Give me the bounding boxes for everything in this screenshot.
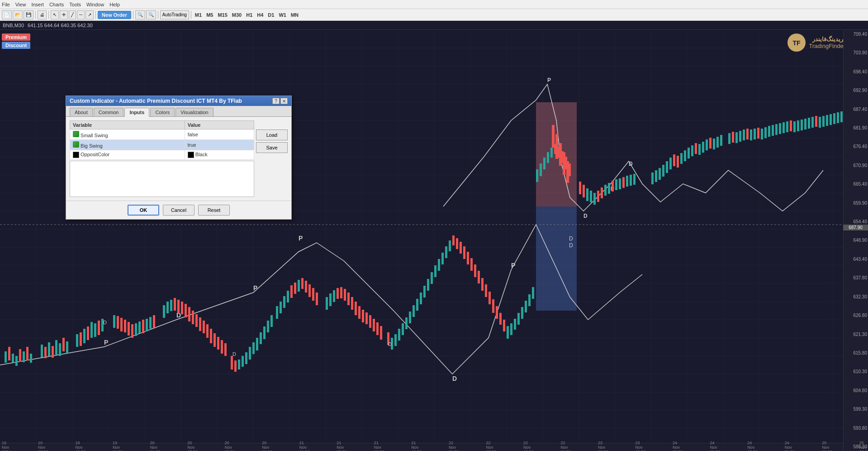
row2-value[interactable]: true	[185, 140, 254, 150]
modal-content: Variable Value Small Swing	[66, 117, 291, 201]
toolbar-save[interactable]: 💾	[24, 10, 33, 19]
autotrading-button[interactable]: AutoTrading	[160, 10, 189, 19]
tf-m1[interactable]: M1	[193, 12, 204, 18]
toolbar-sep-3	[95, 11, 96, 19]
tab-visualization[interactable]: Visualization	[175, 108, 213, 116]
color-swatch-black	[188, 152, 194, 158]
reset-button[interactable]: Reset	[198, 205, 230, 216]
tf-m15[interactable]: M15	[216, 12, 229, 18]
var-name-1: Small Swing	[81, 133, 108, 138]
var-name-2: Big Swing	[81, 143, 103, 149]
menu-insert[interactable]: Insert	[31, 2, 44, 7]
symbol-info: BNB,M30	[3, 23, 24, 28]
modal-titlebar-buttons: ? ✕	[272, 98, 288, 104]
tf-h4[interactable]: H4	[255, 12, 265, 18]
menu-bar: File View Insert Charts Tools Window Hel…	[0, 0, 868, 9]
modal-dialog: Custom Indicator - Automatic Premium Dis…	[66, 96, 292, 220]
toolbar-print[interactable]: 🖨	[38, 10, 47, 19]
toolbar-crosshair[interactable]: ✛	[60, 10, 68, 19]
modal-help-button[interactable]: ?	[272, 98, 280, 104]
table-row[interactable]: Big Swing true	[70, 140, 254, 150]
row3-variable: OppositColor	[70, 150, 185, 160]
row1-variable: Small Swing	[70, 130, 185, 140]
color-label-black: Black	[195, 152, 208, 157]
menu-charts[interactable]: Charts	[49, 2, 64, 7]
toolbar-sep-2	[48, 11, 49, 19]
tab-common[interactable]: Common	[94, 108, 124, 116]
modal-tabs: About Common Inputs Colors Visualization	[66, 106, 291, 117]
modal-title: Custom Indicator - Automatic Premium Dis…	[70, 98, 272, 104]
row1-value[interactable]: false	[185, 130, 254, 140]
toolbar-sep-5	[158, 11, 158, 19]
modal-bottom: OK Cancel Reset	[66, 201, 291, 219]
toolbar-sep-1	[35, 11, 36, 19]
modal-right-buttons: Load Save	[256, 120, 288, 197]
toolbar-trendline[interactable]: ↗	[85, 10, 94, 19]
toolbar-sep-6	[191, 11, 191, 19]
toolbar-zoom-in[interactable]: 🔍	[135, 10, 145, 19]
tf-mn[interactable]: MN	[289, 12, 300, 18]
menu-tools[interactable]: Tools	[69, 2, 81, 7]
tab-inputs[interactable]: Inputs	[124, 108, 149, 117]
var-icon-3	[73, 152, 79, 158]
info-bar: BNB,M30 641.15 644.64 640.35 642.30	[0, 21, 868, 30]
row2-variable: Big Swing	[70, 140, 185, 150]
row3-value[interactable]: Black	[185, 150, 254, 160]
toolbar: 📄 📂 💾 🖨 ↖ ✛ ╱ ─ ↗ New Order 🔍 🔍 AutoTrad…	[0, 9, 868, 21]
price-info: 641.15 644.64 640.35 642.30	[28, 23, 93, 28]
chart-area: P D P P P D P D P D	[0, 30, 868, 451]
modal-close-button[interactable]: ✕	[280, 98, 288, 104]
menu-view[interactable]: View	[15, 2, 26, 7]
tf-m5[interactable]: M5	[204, 12, 215, 18]
var-icon-1	[73, 131, 79, 137]
tab-about[interactable]: About	[70, 108, 93, 116]
tf-d1[interactable]: D1	[266, 12, 276, 18]
modal-table-placeholder	[70, 161, 254, 197]
modal-body-row: Variable Value Small Swing	[70, 120, 288, 197]
col-value: Value	[185, 121, 254, 130]
table-row[interactable]: OppositColor Black	[70, 150, 254, 160]
col-variable: Variable	[70, 121, 185, 130]
menu-help[interactable]: Help	[109, 2, 120, 7]
tab-colors[interactable]: Colors	[150, 108, 175, 116]
toolbar-hline[interactable]: ─	[77, 10, 85, 19]
modal-table-area: Variable Value Small Swing	[70, 120, 254, 197]
ok-button[interactable]: OK	[128, 205, 159, 216]
tf-m30[interactable]: M30	[230, 12, 243, 18]
toolbar-new-chart[interactable]: 📄	[2, 10, 12, 19]
tf-h1[interactable]: H1	[244, 12, 254, 18]
toolbar-cursor[interactable]: ↖	[51, 10, 59, 19]
tf-w1[interactable]: W1	[277, 12, 288, 18]
toolbar-zoom-out[interactable]: 🔍	[146, 10, 156, 19]
modal-overlay: Custom Indicator - Automatic Premium Dis…	[0, 30, 868, 451]
menu-window[interactable]: Window	[86, 2, 104, 7]
toolbar-sep-4	[133, 11, 133, 19]
variables-table: Variable Value Small Swing	[70, 120, 254, 160]
table-row[interactable]: Small Swing false	[70, 130, 254, 140]
toolbar-open[interactable]: 📂	[13, 10, 23, 19]
menu-file[interactable]: File	[2, 2, 10, 7]
var-name-3: OppositColor	[81, 152, 109, 157]
var-icon-2	[73, 141, 79, 148]
save-button[interactable]: Save	[256, 142, 288, 153]
load-button[interactable]: Load	[256, 130, 288, 140]
toolbar-line[interactable]: ╱	[69, 10, 76, 19]
modal-titlebar: Custom Indicator - Automatic Premium Dis…	[66, 96, 291, 106]
new-order-button[interactable]: New Order	[98, 11, 131, 19]
cancel-button[interactable]: Cancel	[163, 205, 194, 216]
